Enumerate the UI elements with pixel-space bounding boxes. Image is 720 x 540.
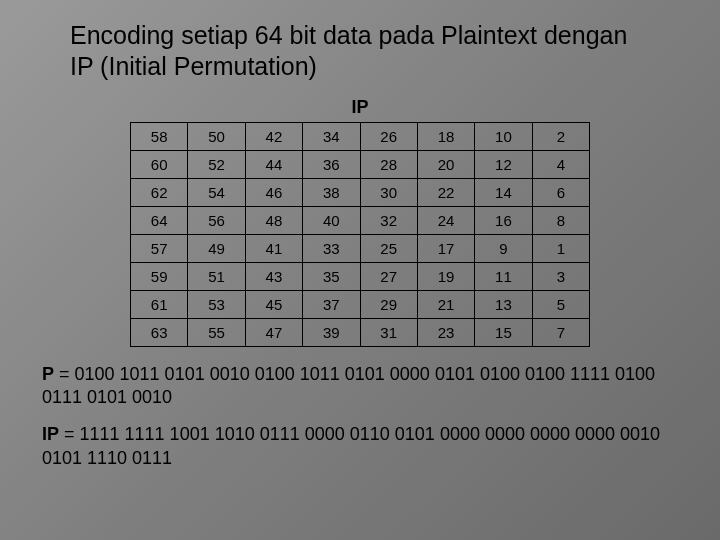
table-row: 645648403224168 — [131, 206, 590, 234]
table-cell: 8 — [532, 206, 589, 234]
table-cell: 39 — [303, 318, 360, 346]
table-cell: 46 — [245, 178, 302, 206]
table-row: 585042342618102 — [131, 122, 590, 150]
table-cell: 44 — [245, 150, 302, 178]
table-cell: 20 — [417, 150, 474, 178]
table-cell: 19 — [417, 262, 474, 290]
p-value: = 0100 1011 0101 0010 0100 1011 0101 000… — [42, 364, 655, 407]
table-cell: 18 — [417, 122, 474, 150]
table-cell: 2 — [532, 122, 589, 150]
table-cell: 57 — [131, 234, 188, 262]
table-cell: 1 — [532, 234, 589, 262]
table-cell: 33 — [303, 234, 360, 262]
table-cell: 27 — [360, 262, 417, 290]
table-cell: 40 — [303, 206, 360, 234]
page-title: Encoding setiap 64 bit data pada Plainte… — [70, 20, 630, 83]
table-cell: 47 — [245, 318, 302, 346]
table-cell: 6 — [532, 178, 589, 206]
table-cell: 41 — [245, 234, 302, 262]
table-cell: 5 — [532, 290, 589, 318]
table-cell: 13 — [475, 290, 532, 318]
table-row: 625446383022146 — [131, 178, 590, 206]
p-label: P — [42, 364, 54, 384]
table-cell: 64 — [131, 206, 188, 234]
table-cell: 49 — [188, 234, 245, 262]
table-cell: 53 — [188, 290, 245, 318]
ip-table: 5850423426181026052443628201246254463830… — [130, 122, 590, 347]
table-cell: 28 — [360, 150, 417, 178]
table-cell: 59 — [131, 262, 188, 290]
table-cell: 43 — [245, 262, 302, 290]
table-cell: 55 — [188, 318, 245, 346]
table-cell: 23 — [417, 318, 474, 346]
table-cell: 35 — [303, 262, 360, 290]
table-cell: 58 — [131, 122, 188, 150]
table-cell: 10 — [475, 122, 532, 150]
table-cell: 54 — [188, 178, 245, 206]
table-cell: 51 — [188, 262, 245, 290]
table-cell: 4 — [532, 150, 589, 178]
ip-equation: IP = 1111 1111 1001 1010 0111 0000 0110 … — [42, 423, 690, 470]
table-cell: 3 — [532, 262, 589, 290]
table-cell: 12 — [475, 150, 532, 178]
table-cell: 36 — [303, 150, 360, 178]
table-cell: 61 — [131, 290, 188, 318]
table-cell: 16 — [475, 206, 532, 234]
ip-label: IP — [42, 424, 59, 444]
table-cell: 45 — [245, 290, 302, 318]
table-cell: 31 — [360, 318, 417, 346]
table-cell: 56 — [188, 206, 245, 234]
table-row: 605244362820124 — [131, 150, 590, 178]
table-cell: 9 — [475, 234, 532, 262]
table-cell: 21 — [417, 290, 474, 318]
table-cell: 17 — [417, 234, 474, 262]
table-cell: 52 — [188, 150, 245, 178]
table-cell: 62 — [131, 178, 188, 206]
table-cell: 37 — [303, 290, 360, 318]
table-cell: 32 — [360, 206, 417, 234]
table-cell: 48 — [245, 206, 302, 234]
table-row: 635547393123157 — [131, 318, 590, 346]
table-cell: 25 — [360, 234, 417, 262]
table-row: 57494133251791 — [131, 234, 590, 262]
table-cell: 22 — [417, 178, 474, 206]
table-cell: 11 — [475, 262, 532, 290]
table-cell: 34 — [303, 122, 360, 150]
table-cell: 26 — [360, 122, 417, 150]
ip-value: = 1111 1111 1001 1010 0111 0000 0110 010… — [42, 424, 660, 467]
table-cell: 50 — [188, 122, 245, 150]
table-cell: 29 — [360, 290, 417, 318]
ip-table-caption: IP — [130, 97, 590, 118]
table-cell: 30 — [360, 178, 417, 206]
ip-table-container: IP 5850423426181026052443628201246254463… — [130, 97, 590, 347]
table-cell: 24 — [417, 206, 474, 234]
table-cell: 14 — [475, 178, 532, 206]
table-cell: 15 — [475, 318, 532, 346]
table-row: 595143352719113 — [131, 262, 590, 290]
table-row: 615345372921135 — [131, 290, 590, 318]
table-cell: 63 — [131, 318, 188, 346]
table-cell: 38 — [303, 178, 360, 206]
p-equation: P = 0100 1011 0101 0010 0100 1011 0101 0… — [42, 363, 690, 410]
table-cell: 42 — [245, 122, 302, 150]
table-cell: 60 — [131, 150, 188, 178]
table-cell: 7 — [532, 318, 589, 346]
